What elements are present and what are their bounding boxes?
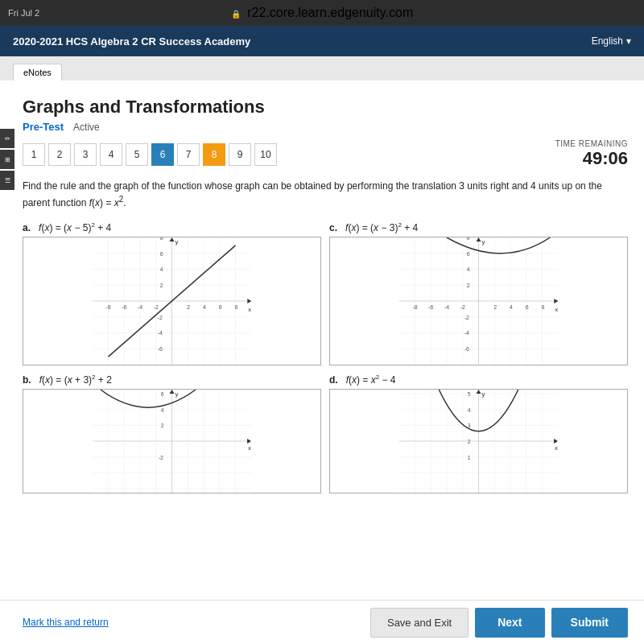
question-text: Find the rule and the graph of the funct… — [23, 179, 628, 210]
choice-a-label: a. f(x) = (x − 5)2 + 4 — [23, 221, 321, 233]
mark-return-link[interactable]: Mark this and return — [23, 617, 109, 628]
svg-text:6: 6 — [467, 251, 470, 257]
svg-text:y: y — [175, 238, 178, 246]
svg-text:-6: -6 — [158, 346, 163, 352]
q-btn-1[interactable]: 1 — [23, 143, 45, 166]
svg-text:6: 6 — [160, 251, 163, 257]
q-btn-9[interactable]: 9 — [229, 143, 251, 166]
svg-text:-2: -2 — [154, 304, 159, 310]
app-title: 2020-2021 HCS Algebra 2 CR Success Acade… — [13, 35, 250, 47]
q-btn-2[interactable]: 2 — [48, 143, 71, 166]
svg-text:-8: -8 — [413, 304, 418, 310]
q-btn-4[interactable]: 4 — [100, 143, 122, 166]
svg-text:-2: -2 — [464, 315, 469, 320]
svg-text:2: 2 — [468, 439, 471, 444]
svg-text:2: 2 — [160, 283, 163, 288]
side-icons: ✏ ⊞ ☰ — [0, 129, 14, 190]
svg-text:-6: -6 — [464, 346, 469, 352]
content-area: Graphs and Transformations Pre-Test Acti… — [0, 80, 644, 600]
svg-text:4: 4 — [467, 266, 470, 272]
svg-marker-52 — [554, 299, 558, 303]
browser-time: Fri Jul 2 — [8, 8, 39, 18]
graph-d-svg: x y 5 4 3 2 1 — [330, 390, 627, 493]
choice-a[interactable]: a. f(x) = (x − 5)2 + 4 — [23, 221, 321, 365]
q-btn-3[interactable]: 3 — [74, 143, 97, 166]
svg-text:-2: -2 — [460, 304, 465, 310]
language-selector[interactable]: English ▾ — [592, 35, 631, 47]
choice-b-graph: x y 2 4 6 -2 — [23, 389, 321, 493]
svg-text:2: 2 — [161, 423, 164, 428]
graph-b-svg: x y 2 4 6 -2 — [23, 390, 320, 493]
q-btn-6-current[interactable]: 6 — [151, 143, 174, 166]
svg-text:y: y — [481, 390, 485, 398]
notepad-icon[interactable]: ☰ — [0, 171, 14, 190]
svg-text:4: 4 — [468, 407, 471, 413]
main-content: ✏ ⊞ ☰ Graphs and Transformations Pre-Tes… — [0, 80, 644, 644]
choice-c[interactable]: c. f(x) = (x − 3)2 + 4 — [329, 221, 628, 365]
submit-button[interactable]: Submit — [551, 608, 628, 638]
choice-c-graph: x y -8 -6 -4 -2 2 4 6 8 2 4 6 8 — [329, 237, 628, 365]
svg-text:-4: -4 — [158, 330, 163, 336]
choice-d-graph: x y 5 4 3 2 1 — [329, 389, 628, 493]
svg-text:8: 8 — [235, 304, 238, 310]
browser-url: 🔒 r22.core.learn.edgenuity.com — [231, 6, 414, 20]
svg-text:1: 1 — [468, 455, 471, 460]
svg-marker-87 — [170, 390, 175, 394]
q-btn-7[interactable]: 7 — [177, 143, 200, 166]
svg-text:-6: -6 — [428, 304, 433, 310]
pencil-icon[interactable]: ✏ — [0, 129, 14, 148]
svg-text:6: 6 — [161, 391, 164, 397]
choice-b[interactable]: b. f(x) = (x + 3)2 + 2 — [23, 374, 321, 493]
svg-marker-111 — [477, 390, 481, 394]
page-title: Graphs and Transformations — [23, 97, 628, 118]
svg-text:-2: -2 — [159, 455, 163, 460]
svg-text:x: x — [555, 444, 558, 452]
svg-text:x: x — [555, 306, 558, 313]
choice-d-label: d. f(x) = x2 − 4 — [329, 374, 628, 386]
q-btn-5[interactable]: 5 — [126, 143, 148, 166]
choice-b-label: b. f(x) = (x + 3)2 + 2 — [23, 374, 321, 386]
svg-text:4: 4 — [161, 407, 164, 413]
svg-text:2: 2 — [467, 283, 470, 288]
svg-text:y: y — [175, 390, 178, 398]
save-exit-button[interactable]: Save and Exit — [370, 608, 469, 638]
svg-text:8: 8 — [160, 237, 163, 241]
svg-text:8: 8 — [467, 237, 470, 241]
graph-c-svg: x y -8 -6 -4 -2 2 4 6 8 2 4 6 8 — [330, 237, 627, 365]
answers-grid: a. f(x) = (x − 5)2 + 4 — [23, 221, 628, 493]
calculator-icon[interactable]: ⊞ — [0, 150, 14, 169]
time-remaining-label: TIME REMAINING — [555, 139, 628, 148]
app-header: 2020-2021 HCS Algebra 2 CR Success Acade… — [0, 26, 644, 56]
svg-text:5: 5 — [468, 391, 471, 397]
svg-text:4: 4 — [510, 304, 513, 310]
q-btn-10[interactable]: 10 — [254, 143, 277, 166]
action-buttons: Save and Exit Next Submit — [370, 608, 628, 638]
q-btn-8-highlighted[interactable]: 8 — [203, 143, 225, 166]
svg-text:x: x — [248, 444, 251, 452]
browser-bar: Fri Jul 2 🔒 r22.core.learn.edgenuity.com — [0, 0, 644, 26]
question-navigation: 1 2 3 4 5 6 7 8 9 10 — [23, 143, 277, 166]
svg-text:8: 8 — [542, 304, 545, 310]
svg-text:-4: -4 — [138, 304, 142, 310]
next-button[interactable]: Next — [475, 608, 544, 638]
svg-text:-8: -8 — [106, 304, 111, 310]
svg-text:6: 6 — [526, 304, 529, 310]
svg-text:-4: -4 — [444, 304, 449, 310]
pre-test-label: Pre-Test — [23, 121, 64, 133]
svg-marker-86 — [247, 439, 251, 444]
enotes-tab[interactable]: eNotes — [13, 64, 62, 80]
svg-text:4: 4 — [160, 266, 163, 272]
svg-text:-6: -6 — [122, 304, 126, 310]
svg-marker-16 — [247, 299, 251, 303]
svg-text:x: x — [248, 306, 251, 313]
subtitle-row: Pre-Test Active — [23, 121, 628, 133]
svg-text:2: 2 — [187, 304, 190, 310]
tab-bar: eNotes — [0, 56, 644, 80]
svg-text:y: y — [481, 238, 485, 246]
svg-marker-53 — [477, 237, 481, 242]
svg-text:2: 2 — [493, 304, 497, 310]
svg-text:-4: -4 — [464, 330, 469, 336]
choice-c-label: c. f(x) = (x − 3)2 + 4 — [329, 221, 628, 233]
status-badge: Active — [73, 122, 100, 133]
choice-d[interactable]: d. f(x) = x2 − 4 — [329, 374, 628, 493]
